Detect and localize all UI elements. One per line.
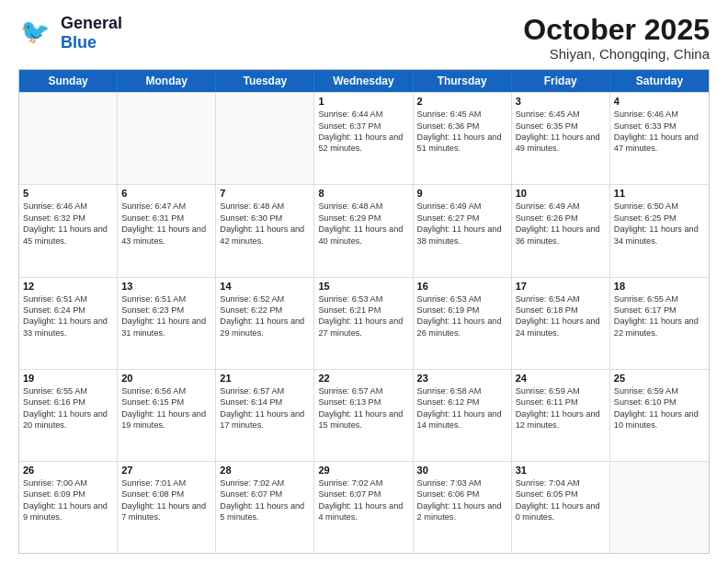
day-cell-24: 24Sunrise: 6:59 AMSunset: 6:11 PMDayligh… [512,370,610,461]
daylight-text: Daylight: 11 hours and 34 minutes. [614,224,705,247]
sunrise-text: Sunrise: 6:58 AM [417,385,507,396]
sunset-text: Sunset: 6:07 PM [220,488,310,500]
day-number: 4 [614,96,705,107]
day-cell-26: 26Sunrise: 7:00 AMSunset: 6:09 PMDayligh… [19,462,118,553]
daylight-text: Daylight: 11 hours and 20 minutes. [23,408,113,431]
day-cell-8: 8Sunrise: 6:48 AMSunset: 6:29 PMDaylight… [314,185,413,276]
day-number: 31 [516,465,606,476]
logo: 🐦 General Blue [18,14,122,52]
sunrise-text: Sunrise: 6:50 AM [614,201,705,212]
empty-cell [216,93,314,184]
day-cell-28: 28Sunrise: 7:02 AMSunset: 6:07 PMDayligh… [216,462,314,553]
sunrise-text: Sunrise: 7:01 AM [121,477,211,488]
sunrise-text: Sunrise: 6:59 AM [516,385,606,396]
logo-blue: Blue [61,33,97,52]
daylight-text: Daylight: 11 hours and 47 minutes. [614,132,705,155]
sunset-text: Sunset: 6:12 PM [417,396,507,408]
sunrise-text: Sunrise: 7:02 AM [318,477,408,488]
daylight-text: Daylight: 11 hours and 12 minutes. [516,408,606,431]
daylight-text: Daylight: 11 hours and 29 minutes. [220,316,310,339]
sunset-text: Sunset: 6:22 PM [220,304,310,316]
daylight-text: Daylight: 11 hours and 10 minutes. [614,408,705,431]
day-cell-10: 10Sunrise: 6:49 AMSunset: 6:26 PMDayligh… [512,185,610,276]
day-cell-31: 31Sunrise: 7:04 AMSunset: 6:05 PMDayligh… [512,462,610,553]
sunrise-text: Sunrise: 6:53 AM [417,293,507,304]
sunset-text: Sunset: 6:18 PM [516,304,606,316]
sunrise-text: Sunrise: 6:45 AM [516,109,606,120]
sunset-text: Sunset: 6:26 PM [516,213,606,224]
daylight-text: Daylight: 11 hours and 15 minutes. [318,408,408,431]
sunrise-text: Sunrise: 6:57 AM [318,385,408,396]
daylight-text: Daylight: 11 hours and 0 minutes. [516,500,606,523]
sunset-text: Sunset: 6:13 PM [318,396,408,408]
sunset-text: Sunset: 6:32 PM [23,213,113,224]
day-number: 10 [516,188,606,199]
day-cell-29: 29Sunrise: 7:02 AMSunset: 6:07 PMDayligh… [314,462,413,553]
sunset-text: Sunset: 6:25 PM [614,213,705,224]
day-number: 27 [121,465,211,476]
daylight-text: Daylight: 11 hours and 38 minutes. [417,224,507,247]
day-number: 7 [220,188,310,199]
header: 🐦 General Blue October 2025 Shiyan, Chon… [18,14,710,62]
page: 🐦 General Blue October 2025 Shiyan, Chon… [0,0,728,563]
sunrise-text: Sunrise: 6:48 AM [220,201,310,212]
sunset-text: Sunset: 6:27 PM [417,213,507,224]
header-cell-saturday: Saturday [610,70,709,92]
day-number: 15 [318,281,408,292]
daylight-text: Daylight: 11 hours and 9 minutes. [23,500,113,523]
sunrise-text: Sunrise: 6:56 AM [121,385,211,396]
day-cell-25: 25Sunrise: 6:59 AMSunset: 6:10 PMDayligh… [610,370,709,461]
daylight-text: Daylight: 11 hours and 27 minutes. [318,316,408,339]
day-cell-11: 11Sunrise: 6:50 AMSunset: 6:25 PMDayligh… [610,185,709,276]
daylight-text: Daylight: 11 hours and 51 minutes. [417,132,507,155]
daylight-text: Daylight: 11 hours and 22 minutes. [614,316,705,339]
sunrise-text: Sunrise: 6:46 AM [23,201,113,212]
sunset-text: Sunset: 6:14 PM [220,396,310,408]
logo-text-block: General Blue [61,14,122,52]
day-number: 19 [23,373,113,384]
sunrise-text: Sunrise: 6:45 AM [417,109,507,120]
sunrise-text: Sunrise: 6:51 AM [23,293,113,304]
day-number: 11 [614,188,705,199]
day-number: 23 [417,373,507,384]
daylight-text: Daylight: 11 hours and 7 minutes. [121,500,211,523]
day-number: 30 [417,465,507,476]
header-cell-wednesday: Wednesday [314,70,413,92]
day-number: 1 [318,96,408,107]
sunset-text: Sunset: 6:08 PM [121,488,211,500]
daylight-text: Daylight: 11 hours and 31 minutes. [121,316,211,339]
empty-cell [19,93,118,184]
daylight-text: Daylight: 11 hours and 43 minutes. [121,224,211,247]
day-number: 21 [220,373,310,384]
sunset-text: Sunset: 6:07 PM [318,488,408,500]
calendar-row-4: 26Sunrise: 7:00 AMSunset: 6:09 PMDayligh… [19,461,709,553]
sunset-text: Sunset: 6:17 PM [614,304,705,316]
sunset-text: Sunset: 6:24 PM [23,304,113,316]
calendar-body: 1Sunrise: 6:44 AMSunset: 6:37 PMDaylight… [19,92,709,553]
daylight-text: Daylight: 11 hours and 33 minutes. [23,316,113,339]
day-cell-9: 9Sunrise: 6:49 AMSunset: 6:27 PMDaylight… [414,185,512,276]
day-number: 18 [614,281,705,292]
day-cell-2: 2Sunrise: 6:45 AMSunset: 6:36 PMDaylight… [414,93,512,184]
day-number: 24 [516,373,606,384]
day-number: 3 [516,96,606,107]
header-cell-sunday: Sunday [19,70,118,92]
sunrise-text: Sunrise: 7:02 AM [220,477,310,488]
header-cell-friday: Friday [512,70,610,92]
sunrise-text: Sunrise: 6:53 AM [318,293,408,304]
day-number: 22 [318,373,408,384]
day-cell-21: 21Sunrise: 6:57 AMSunset: 6:14 PMDayligh… [216,370,314,461]
sunset-text: Sunset: 6:29 PM [318,213,408,224]
sunrise-text: Sunrise: 6:55 AM [614,293,705,304]
day-number: 13 [121,281,211,292]
daylight-text: Daylight: 11 hours and 42 minutes. [220,224,310,247]
day-number: 26 [23,465,113,476]
calendar-row-2: 12Sunrise: 6:51 AMSunset: 6:24 PMDayligh… [19,277,709,369]
sunrise-text: Sunrise: 7:03 AM [417,477,507,488]
day-cell-3: 3Sunrise: 6:45 AMSunset: 6:35 PMDaylight… [512,93,610,184]
header-cell-tuesday: Tuesday [216,70,314,92]
day-cell-7: 7Sunrise: 6:48 AMSunset: 6:30 PMDaylight… [216,185,314,276]
calendar-row-1: 5Sunrise: 6:46 AMSunset: 6:32 PMDaylight… [19,184,709,276]
daylight-text: Daylight: 11 hours and 52 minutes. [318,132,408,155]
sunrise-text: Sunrise: 6:52 AM [220,293,310,304]
